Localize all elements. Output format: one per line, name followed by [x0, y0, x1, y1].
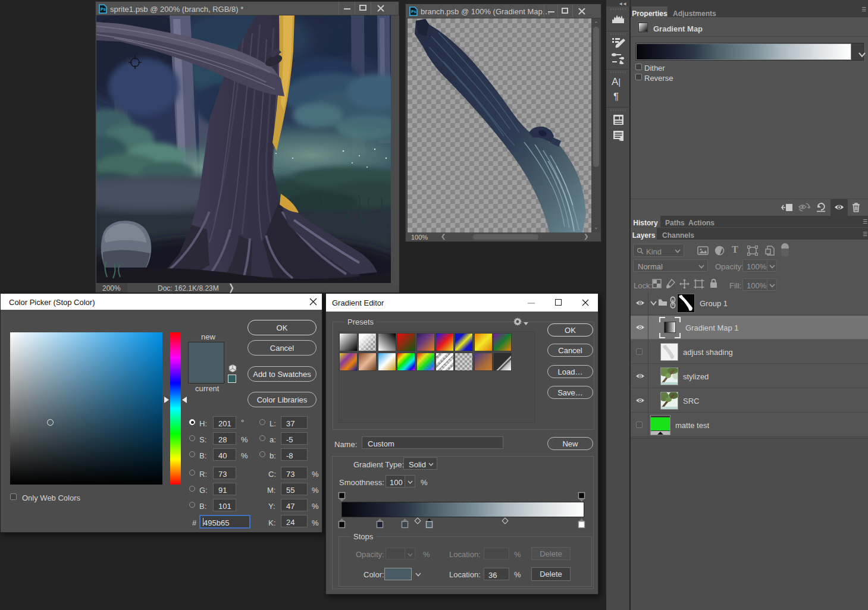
svg-text:Ps: Ps	[411, 10, 416, 14]
svg-text:Ps: Ps	[101, 7, 106, 11]
